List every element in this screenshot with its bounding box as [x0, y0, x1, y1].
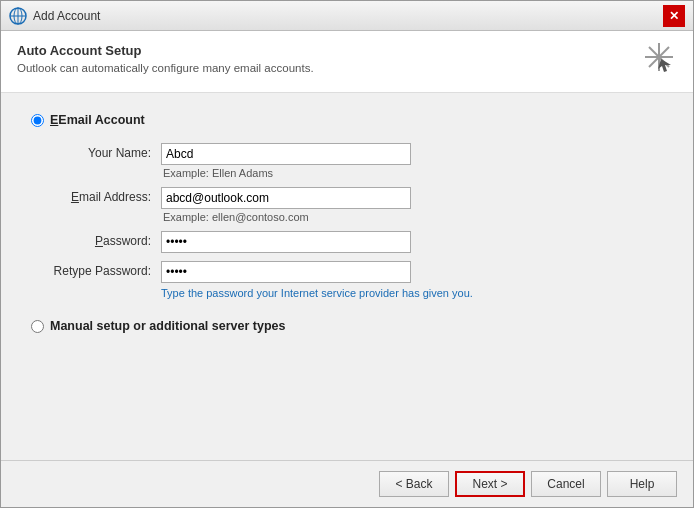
email-address-col: Example: ellen@contoso.com: [161, 187, 663, 223]
your-name-input[interactable]: [161, 143, 411, 165]
manual-setup-option: Manual setup or additional server types: [31, 319, 663, 333]
cancel-button[interactable]: Cancel: [531, 471, 601, 497]
password-input[interactable]: [161, 231, 411, 253]
email-address-example: Example: ellen@contoso.com: [163, 211, 663, 223]
retype-password-row: Retype Password: Type the password your …: [51, 261, 663, 299]
title-bar-left: Add Account: [9, 7, 100, 25]
header-section: Auto Account Setup Outlook can automatic…: [1, 31, 693, 93]
email-address-label: Email Address:: [51, 187, 161, 204]
email-address-input[interactable]: [161, 187, 411, 209]
content-area: Auto Account Setup Outlook can automatic…: [1, 31, 693, 507]
email-account-radio[interactable]: [31, 114, 44, 127]
email-account-label: EEmail Account: [50, 113, 145, 127]
email-address-row: Email Address: Example: ellen@contoso.co…: [51, 187, 663, 223]
close-button[interactable]: ✕: [663, 5, 685, 27]
window-title: Add Account: [33, 9, 100, 23]
your-name-example: Example: Ellen Adams: [163, 167, 663, 179]
your-name-label: Your Name:: [51, 143, 161, 160]
your-name-col: Example: Ellen Adams: [161, 143, 663, 179]
auto-configure-icon: [641, 39, 677, 75]
next-button[interactable]: Next >: [455, 471, 525, 497]
manual-setup-radio[interactable]: [31, 320, 44, 333]
main-section: EEmail Account Your Name: Example: Ellen…: [1, 93, 693, 460]
your-name-row: Your Name: Example: Ellen Adams: [51, 143, 663, 179]
manual-setup-label: Manual setup or additional server types: [50, 319, 285, 333]
add-account-window: Add Account ✕ Auto Account Setup Outlook…: [0, 0, 694, 508]
email-account-form: Your Name: Example: Ellen Adams Email Ad…: [51, 143, 663, 299]
retype-password-col: Type the password your Internet service …: [161, 261, 663, 299]
app-icon: [9, 7, 27, 25]
header-decoration-icon: [641, 39, 677, 82]
header-subtitle: Outlook can automatically configure many…: [17, 62, 314, 74]
header-text: Auto Account Setup Outlook can automatic…: [17, 43, 314, 74]
title-bar: Add Account ✕: [1, 1, 693, 31]
password-hint-text: Type the password your Internet service …: [161, 287, 663, 299]
help-button[interactable]: Help: [607, 471, 677, 497]
back-button[interactable]: < Back: [379, 471, 449, 497]
password-label: Password:: [51, 231, 161, 248]
password-row: Password:: [51, 231, 663, 253]
header-title: Auto Account Setup: [17, 43, 314, 58]
retype-password-label: Retype Password:: [51, 261, 161, 278]
password-col: [161, 231, 663, 253]
footer: < Back Next > Cancel Help: [1, 460, 693, 507]
email-account-option: EEmail Account: [31, 113, 663, 127]
retype-password-input[interactable]: [161, 261, 411, 283]
